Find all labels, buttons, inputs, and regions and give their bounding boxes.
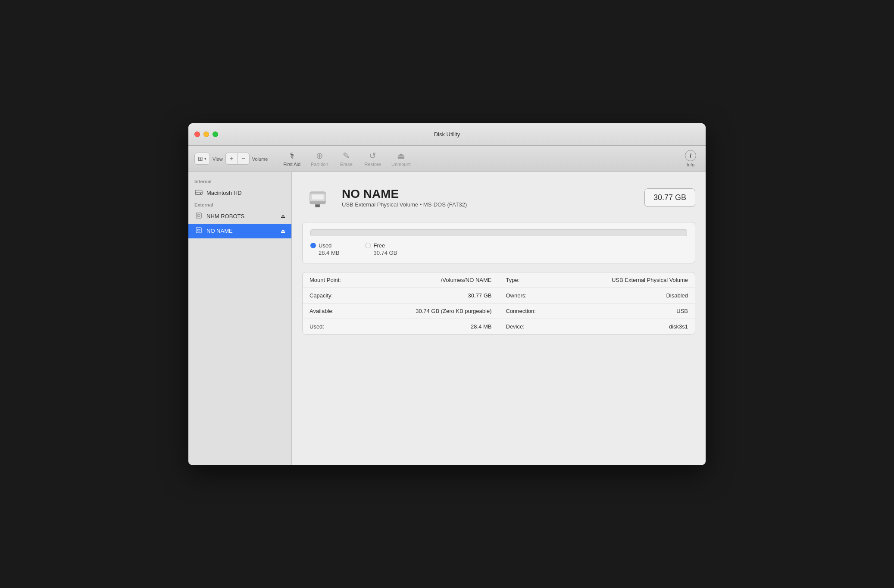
- capacity-label: Capacity:: [309, 292, 333, 299]
- svg-rect-3: [196, 213, 201, 218]
- nhm-robots-label: NHM ROBOTS: [206, 213, 277, 219]
- used-value-row: 28.4 MB: [471, 323, 491, 330]
- eject-icon-1[interactable]: ⏏: [281, 213, 285, 219]
- main-layout: Internal Macintosh HD External: [188, 172, 706, 465]
- sidebar-item-nhm-robots[interactable]: NHM ROBOTS ⏏: [188, 209, 291, 224]
- mount-point-value: /Volumes/NO NAME: [441, 277, 492, 283]
- unmount-button[interactable]: ⏏ Unmount: [386, 150, 416, 168]
- type-value: USB External Physical Volume: [612, 277, 688, 283]
- info-cell-owners: Owners: Disabled: [499, 288, 695, 303]
- info-button[interactable]: i Info: [681, 149, 700, 168]
- maximize-button[interactable]: [213, 131, 218, 137]
- sidebar-item-no-name[interactable]: NO NAME ⏏: [188, 224, 291, 238]
- owners-label: Owners:: [506, 292, 527, 299]
- eject-icon-2[interactable]: ⏏: [281, 228, 285, 234]
- disk-subtitle: USB External Physical Volume • MS-DOS (F…: [342, 201, 636, 208]
- partition-button[interactable]: ⊕ Partition: [306, 150, 333, 168]
- capacity-section: Used 28.4 MB Free 30.74 GB: [302, 222, 695, 263]
- available-value: 30.74 GB (Zero KB purgeable): [416, 308, 491, 314]
- capacity-legend: Used 28.4 MB Free 30.74 GB: [310, 242, 687, 256]
- info-cell-mount-label: Mount Point: /Volumes/NO NAME: [303, 272, 499, 288]
- svg-rect-9: [310, 201, 325, 204]
- unmount-label: Unmount: [391, 162, 411, 167]
- erase-label: Erase: [340, 162, 353, 167]
- first-aid-button[interactable]: ⚕ First Aid: [278, 150, 306, 168]
- used-value: 28.4 MB: [310, 250, 339, 256]
- legend-used-header: Used: [310, 242, 339, 249]
- sidebar-item-macintosh-hd[interactable]: Macintosh HD: [188, 186, 291, 200]
- external-section-label: External: [188, 200, 291, 209]
- volume-label: Volume: [252, 156, 268, 162]
- legend-used: Used 28.4 MB: [310, 242, 339, 256]
- disk-image-icon: [304, 184, 331, 212]
- partition-icon: ⊕: [316, 150, 323, 161]
- disk-header: NO NAME USB External Physical Volume • M…: [302, 182, 695, 213]
- used-dot: [310, 243, 316, 248]
- close-button[interactable]: [194, 131, 200, 137]
- disk-info: NO NAME USB External Physical Volume • M…: [342, 188, 636, 208]
- first-aid-label: First Aid: [283, 162, 300, 167]
- svg-rect-4: [197, 215, 200, 216]
- used-label: Used: [319, 242, 331, 249]
- usb-drive-icon-1: [194, 211, 203, 222]
- info-cell-device: Device: disk3s1: [499, 319, 695, 334]
- svg-rect-11: [316, 205, 319, 207]
- free-dot: [365, 243, 371, 248]
- info-row-1: Capacity: 30.77 GB Owners: Disabled: [303, 288, 695, 303]
- disk-size-badge: 30.77 GB: [644, 188, 695, 207]
- view-button[interactable]: ⊞ ▾: [194, 153, 210, 165]
- svg-rect-1: [195, 192, 202, 194]
- svg-rect-12: [312, 194, 324, 200]
- info-row-0: Mount Point: /Volumes/NO NAME Type: USB …: [303, 272, 695, 288]
- info-cell-capacity: Capacity: 30.77 GB: [303, 288, 499, 303]
- used-label-row: Used:: [309, 323, 324, 330]
- minimize-button[interactable]: [203, 131, 209, 137]
- erase-button[interactable]: ✎ Erase: [333, 150, 359, 168]
- chevron-down-icon: ▾: [204, 156, 206, 161]
- restore-icon: ↺: [369, 150, 376, 161]
- no-name-label: NO NAME: [206, 228, 277, 234]
- add-volume-button[interactable]: +: [225, 153, 238, 165]
- capacity-used-bar: [311, 230, 311, 236]
- internal-section-label: Internal: [188, 177, 291, 186]
- free-value: 30.74 GB: [365, 250, 397, 256]
- sidebar-toggle-icon: ⊞: [198, 155, 203, 162]
- info-icon: i: [685, 150, 696, 161]
- info-row-2: Available: 30.74 GB (Zero KB purgeable) …: [303, 303, 695, 319]
- svg-rect-6: [197, 229, 200, 231]
- free-label: Free: [373, 242, 385, 249]
- macintosh-hd-label: Macintosh HD: [206, 190, 285, 196]
- capacity-bar: [310, 229, 687, 236]
- capacity-value: 30.77 GB: [468, 292, 492, 299]
- view-label: View: [213, 156, 223, 162]
- owners-value: Disabled: [666, 292, 688, 299]
- traffic-lights: [194, 131, 218, 137]
- partition-label: Partition: [311, 162, 328, 167]
- info-cell-connection: Connection: USB: [499, 303, 695, 319]
- window-title: Disk Utility: [434, 131, 460, 138]
- disk-icon-wrapper: [302, 182, 333, 213]
- info-cell-type: Type: USB External Physical Volume: [499, 272, 695, 288]
- remove-volume-button[interactable]: −: [238, 153, 250, 165]
- info-cell-available: Available: 30.74 GB (Zero KB purgeable): [303, 303, 499, 319]
- connection-label: Connection:: [506, 308, 536, 314]
- titlebar: Disk Utility: [188, 123, 706, 146]
- usb-drive-icon-2: [194, 226, 203, 236]
- device-value: disk3s1: [669, 323, 688, 330]
- first-aid-icon: ⚕: [290, 150, 294, 161]
- unmount-icon: ⏏: [397, 150, 405, 161]
- info-cell-used: Used: 28.4 MB: [303, 319, 499, 334]
- restore-button[interactable]: ↺ Restore: [359, 150, 386, 168]
- svg-point-2: [200, 193, 201, 194]
- connection-value: USB: [676, 308, 688, 314]
- volume-buttons: + −: [225, 153, 250, 165]
- restore-label: Restore: [364, 162, 381, 167]
- available-label: Available:: [309, 308, 334, 314]
- erase-icon: ✎: [343, 150, 350, 161]
- disk-utility-window: Disk Utility ⊞ ▾ View + − Volume ⚕ First…: [188, 123, 706, 465]
- legend-free: Free 30.74 GB: [365, 242, 397, 256]
- info-row-3: Used: 28.4 MB Device: disk3s1: [303, 319, 695, 334]
- hdd-icon: [194, 188, 203, 198]
- legend-free-header: Free: [365, 242, 397, 249]
- sidebar: Internal Macintosh HD External: [188, 172, 292, 465]
